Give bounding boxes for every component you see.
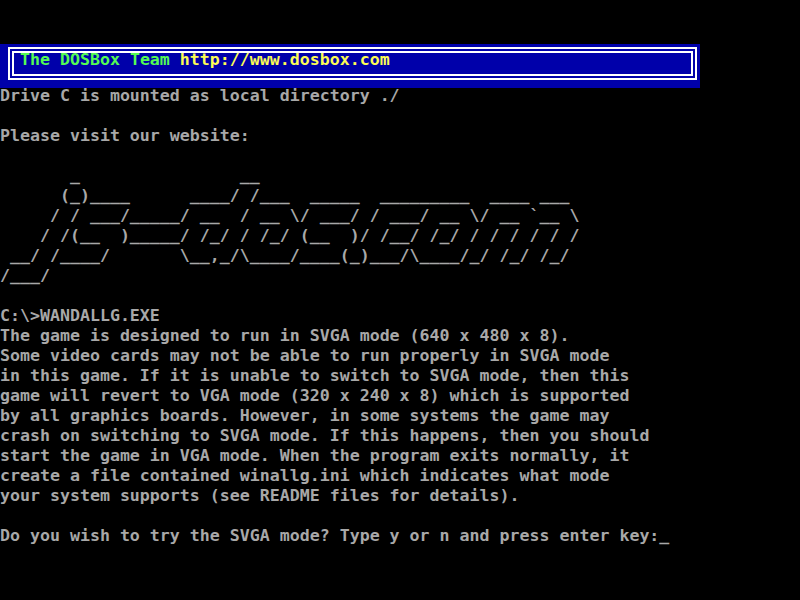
website-message-line: Please visit our website:	[0, 126, 800, 146]
terminal-output: Drive C is mounted as local directory ./…	[0, 86, 800, 546]
svga-prompt-text: Do you wish to try the SVGA mode? Type y…	[0, 526, 659, 545]
jsdos-ascii-logo: _ __ (_)____ ____/ /___ _____ _________ …	[0, 166, 800, 286]
input-cursor[interactable]: _	[659, 526, 669, 545]
mount-status-line: Drive C is mounted as local directory ./	[0, 86, 800, 106]
svga-prompt-line[interactable]: Do you wish to try the SVGA mode? Type y…	[0, 526, 800, 546]
banner-text-line: The DOSBox Team http://www.dosbox.com	[20, 50, 390, 70]
game-info-text: The game is designed to run in SVGA mode…	[0, 326, 800, 506]
dosbox-url-text: http://www.dosbox.com	[180, 50, 390, 69]
dosbox-team-text: The DOSBox Team	[20, 50, 180, 69]
dosbox-banner: The DOSBox Team http://www.dosbox.com	[0, 44, 700, 88]
dosbox-screen: The DOSBox Team http://www.dosbox.com Dr…	[0, 0, 800, 600]
command-line: C:\>WANDALLG.EXE	[0, 306, 800, 326]
